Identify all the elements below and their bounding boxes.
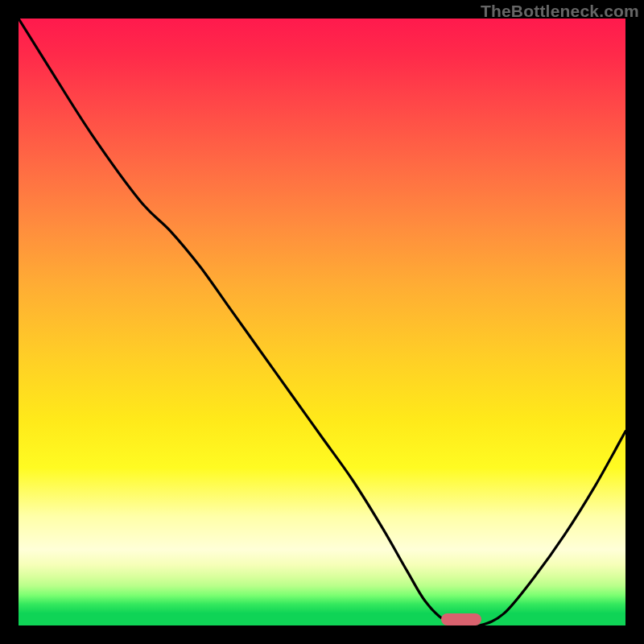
bottleneck-curve	[19, 19, 625, 625]
chart-frame: TheBottleneck.com	[0, 0, 644, 644]
optimum-marker	[441, 613, 481, 625]
